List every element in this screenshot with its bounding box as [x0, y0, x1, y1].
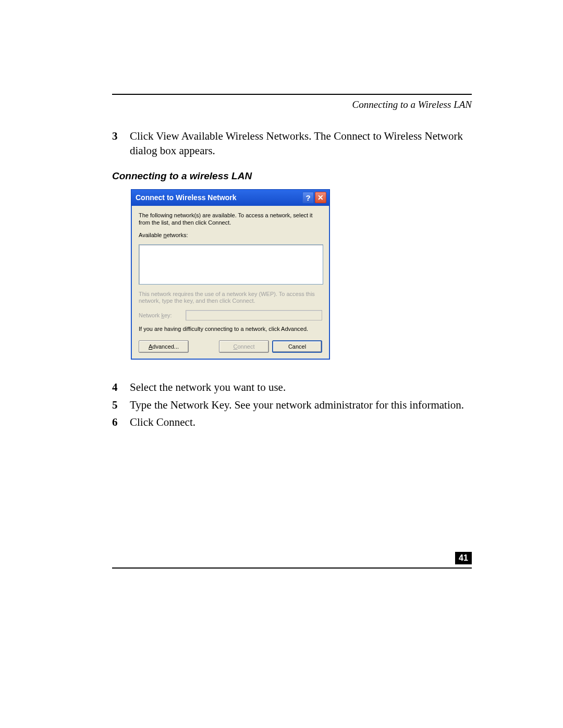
network-key-input[interactable]	[186, 310, 322, 320]
steps-bottom: 4 Select the network you want to use. 5 …	[112, 380, 472, 430]
steps-top: 3 Click View Available Wireless Networks…	[112, 129, 472, 158]
dialog-buttons: Advanced... Connect Cancel	[139, 340, 322, 353]
help-icon[interactable]: ?	[302, 192, 314, 203]
step-number: 6	[112, 415, 130, 430]
dialog-title: Connect to Wireless Network	[136, 193, 301, 202]
running-head: Connecting to a Wireless LAN	[112, 99, 472, 110]
connect-wireless-dialog: Connect to Wireless Network ? ✕ The foll…	[131, 189, 330, 360]
step-item: 5 Type the Network Key. See your network…	[112, 398, 472, 413]
figure-caption: Connecting to a wireless LAN	[112, 170, 472, 182]
close-icon[interactable]: ✕	[315, 192, 326, 203]
network-key-label: Network key:	[139, 312, 186, 318]
step-text: Click View Available Wireless Networks. …	[130, 129, 472, 158]
step-text: Select the network you want to use.	[130, 380, 286, 395]
manual-page: Connecting to a Wireless LAN 3 Click Vie…	[0, 0, 563, 728]
page-number: 41	[455, 552, 472, 564]
step-item: 6 Click Connect.	[112, 415, 472, 430]
step-number: 5	[112, 398, 130, 413]
header-rule	[112, 94, 472, 95]
screenshot: Connect to Wireless Network ? ✕ The foll…	[131, 189, 472, 360]
connect-button[interactable]: Connect	[219, 340, 269, 353]
network-key-row: Network key:	[139, 310, 322, 320]
step-number: 4	[112, 380, 130, 395]
page-footer: 41	[112, 567, 472, 569]
advanced-button[interactable]: Advanced...	[139, 340, 189, 353]
cancel-button[interactable]: Cancel	[272, 340, 322, 353]
dialog-body: The following network(s) are available. …	[131, 206, 329, 359]
wep-hint: This network requires the use of a netwo…	[139, 291, 322, 305]
title-bar: Connect to Wireless Network ? ✕	[131, 190, 329, 206]
step-item: 4 Select the network you want to use.	[112, 380, 472, 395]
footer-rule	[112, 567, 472, 569]
available-networks-label: Available networks:	[139, 232, 322, 239]
step-text: Click Connect.	[130, 415, 195, 430]
available-networks-list[interactable]	[139, 244, 323, 285]
intro-text: The following network(s) are available. …	[139, 212, 322, 227]
advanced-hint: If you are having difficulty connecting …	[139, 326, 322, 333]
step-number: 3	[112, 129, 130, 158]
step-text: Type the Network Key. See your network a…	[130, 398, 464, 413]
step-item: 3 Click View Available Wireless Networks…	[112, 129, 472, 158]
